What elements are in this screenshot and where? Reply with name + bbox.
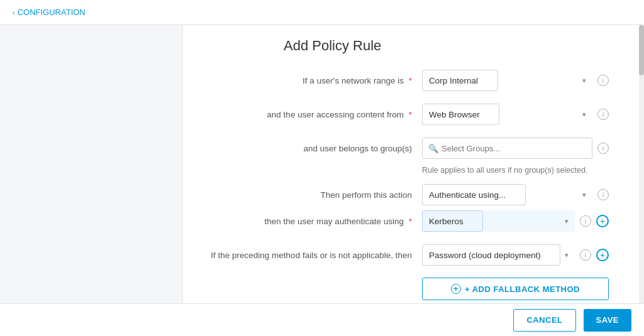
footer-bar: CANCEL SAVE bbox=[0, 303, 644, 336]
add-fallback-plus-icon: + bbox=[451, 284, 461, 294]
fallback-select[interactable]: Password (cloud deployment) bbox=[422, 244, 560, 266]
cancel-button[interactable]: CANCEL bbox=[513, 309, 575, 332]
accessing-from-control: Web Browser ▾ i bbox=[422, 104, 609, 125]
fallback-select-wrapper: Password (cloud deployment) ▾ bbox=[422, 244, 575, 266]
auth-method-add-icon[interactable]: + bbox=[596, 215, 609, 227]
groups-helper-text: Rule applies to all users if no group(s)… bbox=[196, 166, 609, 175]
accessing-from-label: and the user accessing content from * bbox=[196, 110, 422, 119]
accessing-from-row: and the user accessing content from * We… bbox=[196, 103, 609, 126]
fallback-add-icon[interactable]: + bbox=[596, 249, 609, 261]
required-star-2: * bbox=[409, 110, 412, 119]
groups-row: and user belongs to group(s) 🔍 i bbox=[196, 137, 609, 160]
back-chevron-icon: ‹ bbox=[13, 9, 15, 16]
page-title: Add Policy Rule bbox=[196, 38, 609, 54]
scrollbar-thumb[interactable] bbox=[639, 25, 644, 75]
network-range-select[interactable]: Corp Internal bbox=[422, 70, 498, 91]
back-to-configuration[interactable]: ‹ CONFIGURATION bbox=[13, 8, 86, 17]
groups-control: 🔍 i bbox=[422, 138, 609, 159]
auth-method-chevron-icon: ▾ bbox=[565, 217, 569, 225]
form-area: Add Policy Rule If a user's network rang… bbox=[182, 25, 644, 303]
accessing-from-select-wrapper: Web Browser ▾ bbox=[422, 104, 592, 125]
add-fallback-button[interactable]: + + ADD FALLBACK METHOD bbox=[422, 278, 609, 300]
groups-search-wrap: 🔍 bbox=[422, 138, 592, 159]
groups-label: and user belongs to group(s) bbox=[196, 144, 422, 153]
auth-method-row: then the user may authenticate using * K… bbox=[196, 210, 609, 232]
fallback-control: Password (cloud deployment) ▾ i + bbox=[422, 244, 609, 266]
back-label: CONFIGURATION bbox=[18, 8, 86, 17]
network-range-select-wrapper: Corp Internal ▾ bbox=[422, 70, 592, 91]
network-range-info-icon[interactable]: i bbox=[597, 75, 609, 86]
network-range-control: Corp Internal ▾ i bbox=[422, 70, 609, 91]
left-panel bbox=[0, 25, 182, 303]
action-select[interactable]: Authenticate using... bbox=[422, 184, 526, 205]
auth-method-select[interactable]: Kerberos bbox=[422, 210, 483, 232]
groups-search-input[interactable] bbox=[422, 138, 592, 159]
accessing-from-chevron-icon: ▾ bbox=[582, 111, 586, 119]
fallback-info-icon[interactable]: i bbox=[580, 249, 591, 261]
auth-method-info-icon[interactable]: i bbox=[580, 215, 591, 227]
action-control: Authenticate using... ▾ i bbox=[422, 184, 609, 205]
scrollbar-track bbox=[639, 25, 644, 303]
network-range-row: If a user's network range is * Corp Inte… bbox=[196, 69, 609, 92]
search-icon: 🔍 bbox=[428, 144, 438, 153]
auth-method-label: then the user may authenticate using * bbox=[196, 217, 422, 226]
fallback-chevron-icon: ▾ bbox=[565, 251, 569, 259]
action-info-icon[interactable]: i bbox=[597, 189, 609, 200]
save-button[interactable]: SAVE bbox=[584, 309, 631, 332]
add-fallback-label: + ADD FALLBACK METHOD bbox=[465, 285, 580, 294]
action-select-wrapper: Authenticate using... ▾ bbox=[422, 184, 592, 205]
fallback-row: If the preceding method fails or is not … bbox=[196, 244, 609, 266]
network-range-chevron-icon: ▾ bbox=[582, 77, 586, 85]
auth-method-select-wrapper: Kerberos ▾ bbox=[422, 210, 575, 232]
action-label: Then perform this action bbox=[196, 190, 422, 200]
required-star-3: * bbox=[409, 217, 412, 226]
required-star: * bbox=[409, 76, 412, 85]
fallback-label: If the preceding method fails or is not … bbox=[196, 251, 422, 260]
auth-method-control: Kerberos ▾ i + bbox=[422, 210, 609, 232]
accessing-from-info-icon[interactable]: i bbox=[597, 109, 609, 120]
accessing-from-select[interactable]: Web Browser bbox=[422, 104, 499, 125]
groups-info-icon[interactable]: i bbox=[597, 143, 609, 154]
action-row: Then perform this action Authenticate us… bbox=[196, 183, 609, 206]
network-range-label: If a user's network range is * bbox=[196, 76, 422, 85]
action-chevron-icon: ▾ bbox=[582, 191, 586, 199]
